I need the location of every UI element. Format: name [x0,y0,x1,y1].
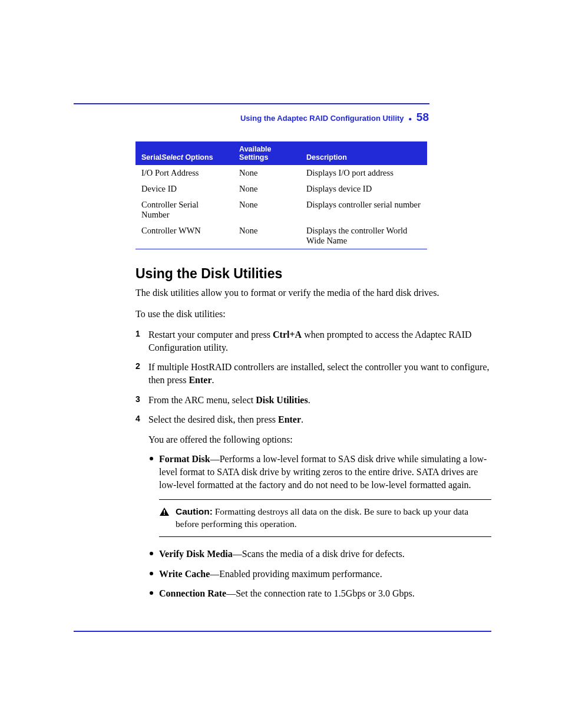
section-heading: Using the Disk Utilities [135,266,491,282]
bullet-label: Verify Disk Media [159,549,233,559]
step-text: From the ARC menu, select [148,395,256,405]
cell-settings: None [233,165,300,181]
th-settings: Available Settings [233,141,300,165]
th-options-prefix: Serial [141,153,161,162]
key-ctrl-a: Ctrl+A [273,330,302,340]
intro-paragraph: The disk utilities allow you to format o… [135,286,491,299]
cell-desc: Displays I/O port address [300,165,427,181]
cell-option: Controller Serial Number [135,197,233,223]
th-options-italic: Select [161,153,183,162]
th-options-suffix: Options [183,153,213,162]
caution-box: Caution: Formatting destroys all data on… [159,499,491,537]
bullet-label: Write Cache [159,569,210,579]
spacer [135,607,491,631]
document-page: Using the Adaptec RAID Configuration Uti… [0,0,562,667]
running-header: Using the Adaptec RAID Configuration Uti… [240,111,429,124]
step-subtext: You are offered the following options: [148,433,491,446]
bullet-label: Format Disk [159,454,210,464]
step-number: 1 [135,328,140,340]
step-2: 2 If multiple HostRAID controllers are i… [135,361,491,386]
options-bullet-list: Format Disk—Performs a low-level format … [148,453,491,599]
caution-icon [159,507,170,520]
bullet-text: —Enabled providing maximum performance. [210,569,382,579]
cell-settings: None [233,181,300,197]
numbered-steps: 1 Restart your computer and press Ctrl+A… [135,328,491,600]
table-row: Device ID None Displays device ID [135,181,427,197]
caution-text: Formatting destroys all data on the disk… [176,506,468,529]
options-table: SerialSelect Options Available Settings … [135,141,427,249]
footer-rule [74,631,491,632]
cell-option: I/O Port Address [135,165,233,181]
table-row: Controller Serial Number None Displays c… [135,197,427,223]
step-text: Select the desired disk, then press [148,414,278,424]
table-row: Controller WWN None Displays the control… [135,223,427,249]
step-text: . [301,414,303,424]
step-number: 4 [135,413,140,424]
step-number: 2 [135,361,140,372]
key-enter: Enter [189,375,211,385]
step-text: . [212,375,214,385]
th-description: Description [300,141,427,165]
cell-desc: Displays controller serial number [300,197,427,223]
bullet-text: —Set the connection rate to 1.5Gbps or 3… [226,588,415,598]
caution-label: Caution: [176,506,213,516]
th-options: SerialSelect Options [135,141,233,165]
bullet-label: Connection Rate [159,588,226,598]
bullet-icon: ● [408,116,412,122]
table-row: I/O Port Address None Displays I/O port … [135,165,427,181]
key-enter: Enter [278,414,301,424]
cell-option: Device ID [135,181,233,197]
cell-settings: None [233,223,300,249]
svg-rect-2 [164,513,165,515]
cell-option: Controller WWN [135,223,233,249]
svg-rect-1 [164,510,165,513]
cell-settings: None [233,197,300,223]
step-1: 1 Restart your computer and press Ctrl+A… [135,328,491,354]
page-number: 58 [416,111,429,123]
header-rule [74,103,429,104]
bullet-verify-disk: Verify Disk Media—Scans the media of a d… [148,548,491,561]
cell-desc: Displays the controller World Wide Name [300,223,427,249]
bullet-write-cache: Write Cache—Enabled providing maximum pe… [148,568,491,581]
header-section-title: Using the Adaptec RAID Configuration Uti… [240,114,404,123]
step-number: 3 [135,394,140,405]
step-text: . [308,395,310,405]
cell-desc: Displays device ID [300,181,427,197]
bullet-connection-rate: Connection Rate—Set the connection rate … [148,587,491,600]
bullet-format-disk: Format Disk—Performs a low-level format … [148,453,491,537]
lead-in-paragraph: To use the disk utilities: [135,308,491,321]
step-3: 3 From the ARC menu, select Disk Utiliti… [135,394,491,407]
bullet-text: —Scans the media of a disk drive for def… [233,549,405,559]
menu-disk-utilities: Disk Utilities [256,395,308,405]
step-4: 4 Select the desired disk, then press En… [135,413,491,600]
step-text: Restart your computer and press [148,330,273,340]
